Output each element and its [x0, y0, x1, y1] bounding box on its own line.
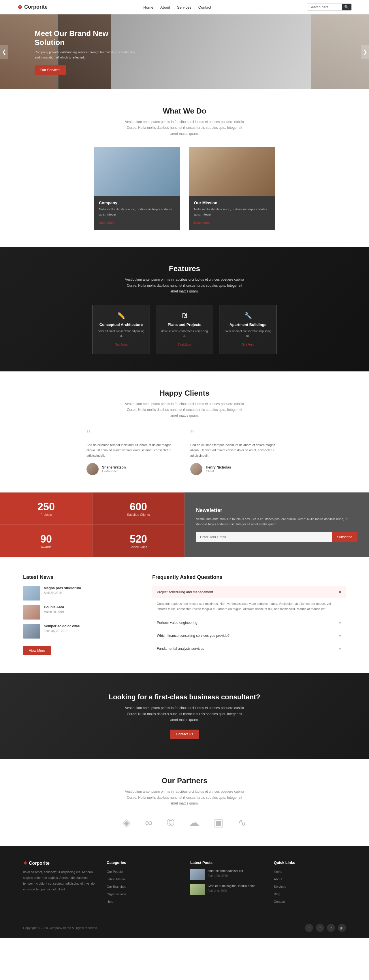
hero-prev-button[interactable]: ❮ [0, 45, 8, 59]
testimonial-1: " Sed do eiusmod tempor incididunt ut la… [86, 429, 179, 475]
author-1-role: Co-founder [102, 469, 126, 473]
what-title: What We Do [23, 107, 346, 116]
stat-coffee: 520 Coffee Cups [92, 525, 184, 557]
social-linkedin[interactable]: in [327, 924, 335, 932]
nav-home[interactable]: Home [143, 5, 153, 10]
partners-subtitle: Vestibulum ante ipsum primis in faucibus… [124, 789, 245, 806]
footer-quicklinks-col: Quick Links Home About Services Blog Con… [274, 861, 346, 906]
social-googleplus[interactable]: g+ [338, 924, 346, 932]
clients-title: Happy Clients [23, 389, 346, 398]
feature-buildings: 🔧 Apartment Buildings dolor sit amet con… [219, 305, 277, 354]
social-facebook[interactable]: f [316, 924, 324, 932]
what-we-do-section: What We Do Vestibulum ante ipsum primis … [0, 89, 369, 247]
footer-link-about[interactable]: About [274, 877, 282, 881]
nav-services[interactable]: Services [177, 5, 191, 10]
news-item-2: Couple Area March 20, 2019 [23, 605, 141, 619]
social-icons: t f in g+ [305, 924, 346, 932]
logo-text: Corporite [24, 4, 48, 10]
partners-title: Our Partners [23, 776, 346, 785]
footer-link-blog[interactable]: Blog [274, 892, 280, 896]
search-bar: 🔍 [307, 3, 352, 11]
feature-buildings-link[interactable]: Find More [241, 343, 254, 346]
hero-section: ❮ Meet Our Brand New Solution Company pr… [0, 14, 369, 89]
subscribe-button[interactable]: Subscribe [332, 532, 358, 542]
card-mission-link[interactable]: Read More [194, 221, 210, 224]
site-logo[interactable]: ❖ Corporite [17, 4, 48, 11]
footer-cat-5[interactable]: Help [107, 900, 113, 904]
author-2-name: Henry Nicholas [206, 465, 231, 469]
feature-buildings-title: Apartment Buildings [224, 323, 272, 327]
footer-cat-4[interactable]: Organisations [107, 892, 126, 896]
cta-body: Vestibulum ante ipsum primis in faucibus… [124, 705, 245, 723]
features-row: ✏️ Conceptual Architecture dolor sit ame… [23, 305, 346, 354]
news-item-3: Semper ac dolor vitae February 20, 2019 [23, 624, 141, 638]
footer-cat-3[interactable]: Our Branches [107, 885, 126, 888]
nav-contact[interactable]: Contact [198, 5, 211, 10]
footer-cat-1[interactable]: Our People [107, 870, 123, 873]
footer-post-thumb-1 [190, 869, 205, 880]
news-item-1: Magna pars studiorum April 20, 2019 [23, 586, 141, 600]
footer-link-home[interactable]: Home [274, 870, 282, 873]
footer-categories-col: Categories Our People Latest Media Our B… [107, 861, 179, 906]
footer-quicklinks-title: Quick Links [274, 861, 346, 865]
partner-icon-3: © [167, 817, 175, 829]
faq-header-1[interactable]: Project scheduling and management ✕ [152, 586, 346, 598]
footer-bottom: Copyright © 2020 Company name All rights… [23, 918, 346, 932]
partner-icon-2: ∞ [145, 817, 153, 829]
contact-us-button[interactable]: Contact Us [170, 730, 199, 739]
author-1-name: Shane Watson [102, 465, 126, 469]
search-input[interactable] [307, 4, 342, 10]
quote-mark-2: " [190, 429, 283, 439]
newsletter-form: Subscribe [196, 532, 358, 542]
social-twitter[interactable]: t [305, 924, 313, 932]
stat-clients-number: 600 [101, 501, 176, 513]
faq-header-3[interactable]: Which finance consulting services you pr… [152, 630, 346, 642]
newsletter-panel: Newsletter Vestibulum ante primis in fau… [184, 492, 369, 557]
footer-post-1-date: April 10th, 2020 [208, 874, 243, 877]
footer-link-contact[interactable]: Contact [274, 900, 285, 904]
faq-question-1: Project scheduling and management [157, 590, 213, 594]
partners-section: Our Partners Vestibulum ante ipsum primi… [0, 759, 369, 846]
faq-icon-1: ✕ [339, 590, 341, 594]
testimonial-1-author: Shane Watson Co-founder [86, 463, 179, 475]
logo-icon: ❖ [17, 4, 22, 11]
news-thumb-3 [23, 624, 40, 638]
feature-architecture-link[interactable]: Find More [115, 343, 127, 346]
footer-posts-title: Latest Posts [190, 861, 262, 865]
hero-cta-button[interactable]: Our Services [35, 65, 66, 75]
clients-section: Happy Clients Vestibulum ante ipsum prim… [0, 371, 369, 492]
feature-plans-link[interactable]: Find More [178, 343, 191, 346]
nav-about[interactable]: About [160, 5, 170, 10]
view-more-button[interactable]: View More [23, 646, 51, 655]
avatar-2 [190, 463, 202, 475]
news-column: Latest News Magna pars studiorum April 2… [23, 574, 152, 655]
feature-buildings-body: dolor sit amet consectetur adipiscing ut… [224, 329, 272, 338]
hero-content: Meet Our Brand New Solution Company prov… [0, 29, 138, 74]
faq-column: Frequently Asked Questions Project sched… [152, 574, 346, 655]
footer-logo-text: Corporite [29, 861, 49, 866]
card-company: Company Nulla mollis dapibus nunc, ut rh… [94, 147, 180, 230]
footer-cat-2[interactable]: Latest Media [107, 877, 125, 881]
news-title: Latest News [23, 574, 141, 580]
card-company-link[interactable]: Read More [99, 221, 115, 224]
stat-projects: 250 Projects [0, 492, 92, 525]
avatar-1 [86, 463, 99, 475]
newsletter-email-input[interactable] [196, 532, 332, 542]
feature-architecture-body: dolor sit amet consectetur adipiscing ut… [97, 329, 145, 338]
hero-next-button[interactable]: ❯ [361, 45, 369, 59]
features-title: Features [23, 264, 346, 273]
faq-header-2[interactable]: Perform value engineering ∨ [152, 617, 346, 629]
feature-plans: ₪ Plans and Projects dolor sit amet cons… [156, 305, 213, 354]
news-faq-section: Latest News Magna pars studiorum April 2… [0, 557, 369, 673]
news-thumb-1 [23, 586, 40, 600]
stat-awards: 90 Awards [0, 525, 92, 557]
footer-post-2-date: April 2nd, 2020 [208, 889, 255, 892]
footer-link-services[interactable]: Services [274, 885, 286, 888]
faq-header-4[interactable]: Fundamental analysis services ∨ [152, 643, 346, 655]
footer-about-col: ❖ Corporite dolor sit amet, consectetur … [23, 861, 95, 906]
what-subtitle: Vestibulum ante ipsum primis in faucibus… [124, 119, 245, 137]
footer-post-2: Cras et nunc sagittis, iaculis dolor Apr… [190, 884, 262, 895]
search-button[interactable]: 🔍 [342, 4, 352, 10]
stats-newsletter-section: 250 Projects 600 Satisfied Clients 90 Aw… [0, 492, 369, 557]
stat-projects-label: Projects [9, 513, 83, 516]
